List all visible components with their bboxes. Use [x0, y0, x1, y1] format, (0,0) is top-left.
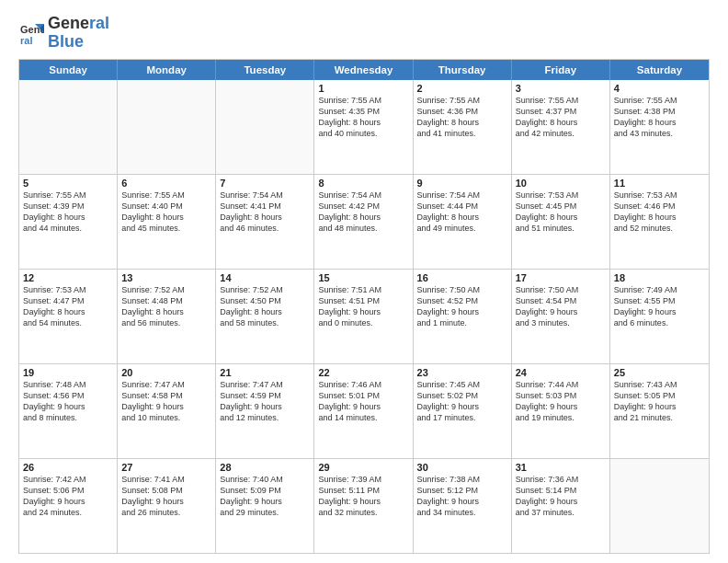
day-info: Sunrise: 7:51 AM Sunset: 4:51 PM Dayligh… — [318, 284, 408, 329]
logo-text: GeneralBlue — [48, 15, 109, 52]
day-number: 5 — [23, 178, 113, 189]
day-number: 2 — [417, 83, 507, 94]
day-info: Sunrise: 7:54 AM Sunset: 4:41 PM Dayligh… — [220, 190, 310, 235]
day-number: 13 — [121, 272, 211, 283]
day-number: 3 — [516, 83, 606, 94]
day-info: Sunrise: 7:45 AM Sunset: 5:02 PM Dayligh… — [417, 379, 507, 424]
calendar-cell: 18Sunrise: 7:49 AM Sunset: 4:55 PM Dayli… — [610, 270, 709, 363]
day-info: Sunrise: 7:46 AM Sunset: 5:01 PM Dayligh… — [318, 379, 408, 424]
day-number: 18 — [614, 272, 705, 283]
day-info: Sunrise: 7:39 AM Sunset: 5:11 PM Dayligh… — [318, 474, 408, 519]
calendar-cell: 26Sunrise: 7:42 AM Sunset: 5:06 PM Dayli… — [19, 459, 118, 553]
calendar-cell: 27Sunrise: 7:41 AM Sunset: 5:08 PM Dayli… — [118, 459, 216, 553]
calendar-cell — [19, 80, 118, 174]
logo: Gene ral GeneralBlue — [18, 15, 109, 52]
weekday-header: Tuesday — [216, 60, 314, 80]
svg-text:ral: ral — [20, 35, 32, 46]
day-info: Sunrise: 7:36 AM Sunset: 5:14 PM Dayligh… — [516, 474, 606, 519]
day-number: 11 — [614, 178, 705, 189]
calendar-cell: 22Sunrise: 7:46 AM Sunset: 5:01 PM Dayli… — [314, 364, 413, 458]
day-info: Sunrise: 7:54 AM Sunset: 4:44 PM Dayligh… — [417, 190, 507, 235]
day-number: 27 — [121, 462, 211, 473]
calendar-cell: 19Sunrise: 7:48 AM Sunset: 4:56 PM Dayli… — [19, 364, 118, 458]
calendar-cell: 21Sunrise: 7:47 AM Sunset: 4:59 PM Dayli… — [216, 364, 314, 458]
calendar-cell: 15Sunrise: 7:51 AM Sunset: 4:51 PM Dayli… — [314, 270, 413, 363]
day-info: Sunrise: 7:55 AM Sunset: 4:39 PM Dayligh… — [23, 190, 113, 235]
day-info: Sunrise: 7:42 AM Sunset: 5:06 PM Dayligh… — [23, 474, 113, 519]
day-info: Sunrise: 7:55 AM Sunset: 4:36 PM Dayligh… — [417, 95, 507, 140]
calendar-cell: 10Sunrise: 7:53 AM Sunset: 4:45 PM Dayli… — [512, 175, 610, 269]
day-info: Sunrise: 7:47 AM Sunset: 4:59 PM Dayligh… — [220, 379, 310, 424]
calendar-week-row: 26Sunrise: 7:42 AM Sunset: 5:06 PM Dayli… — [19, 459, 709, 553]
calendar-cell — [118, 80, 216, 174]
day-info: Sunrise: 7:50 AM Sunset: 4:54 PM Dayligh… — [516, 284, 606, 329]
calendar-cell: 24Sunrise: 7:44 AM Sunset: 5:03 PM Dayli… — [512, 364, 610, 458]
day-info: Sunrise: 7:52 AM Sunset: 4:48 PM Dayligh… — [121, 284, 211, 329]
calendar-cell: 17Sunrise: 7:50 AM Sunset: 4:54 PM Dayli… — [512, 270, 610, 363]
day-number: 31 — [516, 462, 606, 473]
calendar-cell: 25Sunrise: 7:43 AM Sunset: 5:05 PM Dayli… — [610, 364, 709, 458]
day-number: 14 — [220, 272, 310, 283]
day-number: 29 — [318, 462, 408, 473]
day-number: 16 — [417, 272, 507, 283]
weekday-header: Sunday — [19, 60, 118, 80]
day-number: 23 — [417, 367, 507, 378]
calendar-cell: 29Sunrise: 7:39 AM Sunset: 5:11 PM Dayli… — [314, 459, 413, 553]
calendar-body: 1Sunrise: 7:55 AM Sunset: 4:35 PM Daylig… — [19, 80, 709, 553]
calendar-cell: 1Sunrise: 7:55 AM Sunset: 4:35 PM Daylig… — [314, 80, 413, 174]
calendar-cell: 4Sunrise: 7:55 AM Sunset: 4:38 PM Daylig… — [610, 80, 709, 174]
day-info: Sunrise: 7:41 AM Sunset: 5:08 PM Dayligh… — [121, 474, 211, 519]
calendar-cell: 16Sunrise: 7:50 AM Sunset: 4:52 PM Dayli… — [414, 270, 512, 363]
calendar-header: SundayMondayTuesdayWednesdayThursdayFrid… — [19, 60, 709, 80]
day-number: 28 — [220, 462, 310, 473]
day-info: Sunrise: 7:55 AM Sunset: 4:35 PM Dayligh… — [318, 95, 408, 140]
day-info: Sunrise: 7:53 AM Sunset: 4:46 PM Dayligh… — [614, 190, 705, 235]
day-info: Sunrise: 7:55 AM Sunset: 4:37 PM Dayligh… — [516, 95, 606, 140]
day-number: 17 — [516, 272, 606, 283]
day-info: Sunrise: 7:43 AM Sunset: 5:05 PM Dayligh… — [614, 379, 705, 424]
day-number: 30 — [417, 462, 507, 473]
calendar-cell: 30Sunrise: 7:38 AM Sunset: 5:12 PM Dayli… — [414, 459, 512, 553]
day-info: Sunrise: 7:52 AM Sunset: 4:50 PM Dayligh… — [220, 284, 310, 329]
calendar-cell: 7Sunrise: 7:54 AM Sunset: 4:41 PM Daylig… — [216, 175, 314, 269]
day-number: 10 — [516, 178, 606, 189]
calendar-cell: 20Sunrise: 7:47 AM Sunset: 4:58 PM Dayli… — [118, 364, 216, 458]
day-number: 21 — [220, 367, 310, 378]
day-info: Sunrise: 7:55 AM Sunset: 4:38 PM Dayligh… — [614, 95, 705, 140]
day-number: 20 — [121, 367, 211, 378]
calendar-cell — [216, 80, 314, 174]
calendar-cell: 13Sunrise: 7:52 AM Sunset: 4:48 PM Dayli… — [118, 270, 216, 363]
day-info: Sunrise: 7:50 AM Sunset: 4:52 PM Dayligh… — [417, 284, 507, 329]
day-number: 25 — [614, 367, 705, 378]
day-number: 12 — [23, 272, 113, 283]
day-info: Sunrise: 7:53 AM Sunset: 4:47 PM Dayligh… — [23, 284, 113, 329]
calendar-cell: 5Sunrise: 7:55 AM Sunset: 4:39 PM Daylig… — [19, 175, 118, 269]
calendar-cell — [610, 459, 709, 553]
day-number: 9 — [417, 178, 507, 189]
weekday-header: Wednesday — [314, 60, 413, 80]
day-info: Sunrise: 7:44 AM Sunset: 5:03 PM Dayligh… — [516, 379, 606, 424]
calendar-week-row: 12Sunrise: 7:53 AM Sunset: 4:47 PM Dayli… — [19, 270, 709, 364]
calendar-week-row: 19Sunrise: 7:48 AM Sunset: 4:56 PM Dayli… — [19, 364, 709, 459]
day-info: Sunrise: 7:49 AM Sunset: 4:55 PM Dayligh… — [614, 284, 705, 329]
day-number: 4 — [614, 83, 705, 94]
day-number: 19 — [23, 367, 113, 378]
day-info: Sunrise: 7:47 AM Sunset: 4:58 PM Dayligh… — [121, 379, 211, 424]
calendar-cell: 8Sunrise: 7:54 AM Sunset: 4:42 PM Daylig… — [314, 175, 413, 269]
day-info: Sunrise: 7:53 AM Sunset: 4:45 PM Dayligh… — [516, 190, 606, 235]
day-number: 24 — [516, 367, 606, 378]
day-info: Sunrise: 7:38 AM Sunset: 5:12 PM Dayligh… — [417, 474, 507, 519]
calendar-cell: 23Sunrise: 7:45 AM Sunset: 5:02 PM Dayli… — [414, 364, 512, 458]
calendar-cell: 9Sunrise: 7:54 AM Sunset: 4:44 PM Daylig… — [414, 175, 512, 269]
calendar-cell: 28Sunrise: 7:40 AM Sunset: 5:09 PM Dayli… — [216, 459, 314, 553]
calendar-cell: 6Sunrise: 7:55 AM Sunset: 4:40 PM Daylig… — [118, 175, 216, 269]
header: Gene ral GeneralBlue — [18, 15, 710, 52]
day-number: 26 — [23, 462, 113, 473]
weekday-header: Monday — [118, 60, 216, 80]
calendar-week-row: 5Sunrise: 7:55 AM Sunset: 4:39 PM Daylig… — [19, 175, 709, 270]
calendar: SundayMondayTuesdayWednesdayThursdayFrid… — [18, 59, 710, 554]
calendar-cell: 14Sunrise: 7:52 AM Sunset: 4:50 PM Dayli… — [216, 270, 314, 363]
calendar-cell: 3Sunrise: 7:55 AM Sunset: 4:37 PM Daylig… — [512, 80, 610, 174]
weekday-header: Saturday — [610, 60, 709, 80]
day-info: Sunrise: 7:55 AM Sunset: 4:40 PM Dayligh… — [121, 190, 211, 235]
